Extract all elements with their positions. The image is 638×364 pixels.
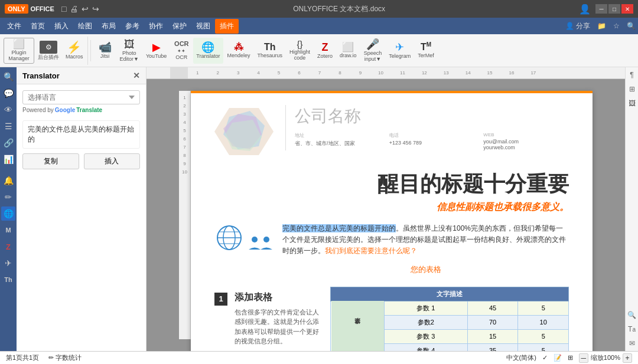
jitsi-button[interactable]: 📹 Jitsi [95, 38, 116, 64]
left-icon-view[interactable]: 👁 [1, 103, 15, 117]
right-icon-table[interactable]: ⊞ [627, 84, 637, 94]
translator-button[interactable]: 🌐 Translator [193, 38, 223, 64]
spell-icon: ✓ [542, 354, 548, 362]
menu-file[interactable]: 文件 [2, 19, 26, 34]
document-scroll[interactable]: 1 2 3 4 5 6 7 8 9 10 [147, 79, 625, 351]
word-count-status[interactable]: ✏ 字数统计 [48, 353, 82, 362]
zoom-controls: ─ 缩放100% + [579, 353, 632, 363]
zotero-icon: Z [322, 42, 328, 53]
doc-header: 公司名称 地址 省、市、城市/地区、国家 电话 +123 456 789 [214, 105, 569, 158]
draw-io-button[interactable]: ⬜ draw.io [337, 38, 360, 64]
left-icon-translate[interactable]: 🌐 [1, 206, 15, 221]
track-changes-status[interactable]: 📝 [554, 354, 562, 362]
left-icon-search[interactable]: 🔍 [1, 70, 15, 84]
folder-icon[interactable]: 📁 [597, 22, 606, 30]
phone-col: 电话 +123 456 789 [389, 132, 475, 150]
thesaurus-button[interactable]: Th Thesaurus [255, 38, 286, 64]
right-panel: ¶ ⊞ 🖼 🔍 Ta ✉ [625, 67, 638, 351]
zoom-in-button[interactable]: + [623, 353, 632, 363]
translate-text: Translate [76, 107, 102, 113]
language-status[interactable]: 中文(简体) [506, 353, 536, 362]
photo-editor-icon: 🖼 [124, 39, 135, 50]
right-icon-mail[interactable]: ✉ [627, 338, 637, 349]
right-icon-text[interactable]: Ta [627, 324, 637, 335]
left-icon-nav[interactable]: ☰ [1, 119, 15, 133]
speech-input-button[interactable]: 🎤 Speechinput▼ [361, 38, 385, 64]
menu-draw[interactable]: 绘图 [73, 19, 97, 34]
minimize-button[interactable]: ─ [595, 4, 607, 14]
close-button[interactable]: ✕ [621, 4, 633, 14]
photo-editor-button[interactable]: 🖼 PhotoEditor▼ [117, 38, 142, 64]
window-buttons[interactable]: ─ □ ✕ [595, 4, 633, 14]
search-icon[interactable]: 🔍 [627, 22, 636, 30]
youtube-button[interactable]: ▶ YouTube [143, 38, 170, 64]
right-icon-para[interactable]: ¶ [627, 70, 637, 80]
menu-collab[interactable]: 协作 [144, 19, 168, 34]
highlight-code-button[interactable]: {} Highlightcode [287, 38, 313, 64]
ocr-button[interactable]: OCR✦✦ OCR [171, 38, 192, 64]
copy-button[interactable]: 复制 [22, 153, 79, 169]
zoom-out-button[interactable]: ─ [579, 353, 588, 363]
toolbar-group-plugins: 📹 Jitsi 🖼 PhotoEditor▼ ▶ YouTube OCR✦✦ O… [93, 37, 438, 65]
horizontal-ruler: 1 2 3 4 5 6 7 8 9 10 11 12 13 14 15 16 1… [147, 67, 625, 79]
body-paragraph: 完美的文件总是从完美的标题开始的。虽然世界上没有100%完美的东西，但我们希望每… [282, 223, 569, 257]
left-icon-edit[interactable]: ✏ [1, 190, 15, 204]
menu-layout[interactable]: 布局 [97, 19, 121, 34]
titlebar-icon-2[interactable]: 🖨 [70, 4, 78, 14]
highlighted-text: 完美的文件总是从完美的标题开始的 [282, 224, 396, 232]
menu-protect[interactable]: 保护 [168, 19, 191, 34]
main-title: 醒目的标题十分重要 [214, 170, 569, 199]
right-icon-image[interactable]: 🖼 [627, 98, 637, 109]
menu-home[interactable]: 首页 [26, 19, 50, 34]
left-icon-mendeley[interactable]: M [1, 223, 15, 237]
web-label: WEB [483, 132, 569, 137]
plugin-manager-icon: ⬜ [13, 40, 25, 49]
panel-header: Translator ✕ [17, 67, 146, 84]
status-bar: 第1页共1页 ✏ 字数统计 中文(简体) ✓ 📝 ⊞ ─ 缩放100% + [0, 351, 638, 364]
web-value1: you@mail.com [483, 139, 569, 145]
termef-icon: TM [421, 42, 431, 52]
translator-label: Translator [196, 54, 220, 60]
left-icon-termef[interactable]: Th [1, 273, 15, 287]
left-icon-zotero[interactable]: Z [1, 240, 15, 254]
menu-plugin[interactable]: 插件 [215, 19, 239, 34]
sub-title: 信息性副标题也承载很多意义。 [214, 201, 569, 214]
spell-check-status[interactable]: ✓ [542, 354, 548, 362]
titlebar-icon-1[interactable]: □ [61, 4, 66, 14]
menu-insert[interactable]: 插入 [50, 19, 73, 34]
phone-label: 电话 [389, 132, 475, 139]
orange-link: 我们到底还需要注意什么呢？ [325, 247, 417, 255]
share-button[interactable]: 👤 分享 [565, 21, 590, 31]
termef-button[interactable]: TM TerMef [415, 38, 437, 64]
ruler-marks: 1 2 3 4 5 6 7 8 9 10 11 12 13 14 15 16 1… [194, 70, 536, 76]
language-select[interactable]: 选择语言 [22, 90, 140, 104]
menu-view[interactable]: 视图 [191, 19, 215, 34]
left-icon-telegram[interactable]: ✈ [1, 256, 15, 270]
company-name: 公司名称 [295, 105, 569, 127]
page-info[interactable]: 第1页共1页 [6, 353, 39, 362]
titlebar-icon-3[interactable]: ↩ [82, 4, 89, 14]
left-icon-bell[interactable]: 🔔 [1, 173, 15, 188]
titlebar-icon-4[interactable]: ↪ [92, 4, 99, 14]
word-count-text: 字数统计 [56, 353, 82, 362]
left-icon-chart[interactable]: 📊 [1, 152, 15, 166]
mendeley-button[interactable]: ⁂ Mendeley [224, 38, 253, 64]
backend-plugin-button[interactable]: ⚙ 后台插件 [35, 38, 62, 64]
maximize-button[interactable]: □ [608, 4, 620, 14]
plugin-manager-button[interactable]: ⬜ PluginManager [4, 38, 34, 64]
backend-label: 后台插件 [38, 55, 59, 61]
telegram-button[interactable]: ✈ Telegram [386, 38, 414, 64]
left-icon-comments[interactable]: 💬 [1, 86, 15, 100]
zotero-button[interactable]: Z Zotero [314, 38, 336, 64]
translator-icon: 🌐 [201, 42, 214, 53]
macros-button[interactable]: ⚡ Macros [63, 38, 86, 64]
insert-button[interactable]: 插入 [84, 153, 141, 169]
menu-ref[interactable]: 参考 [121, 19, 144, 34]
star-icon[interactable]: ☆ [613, 22, 620, 30]
left-icon-link[interactable]: 🔗 [1, 136, 15, 150]
view-mode-status[interactable]: ⊞ [568, 354, 573, 362]
web-value2: yourweb.com [483, 145, 569, 150]
panel-close-button[interactable]: ✕ [133, 71, 140, 80]
toolbar-group-main: ⬜ PluginManager ⚙ 后台插件 ⚡ Macros [2, 37, 88, 65]
right-icon-zoom[interactable]: 🔍 [627, 310, 637, 320]
